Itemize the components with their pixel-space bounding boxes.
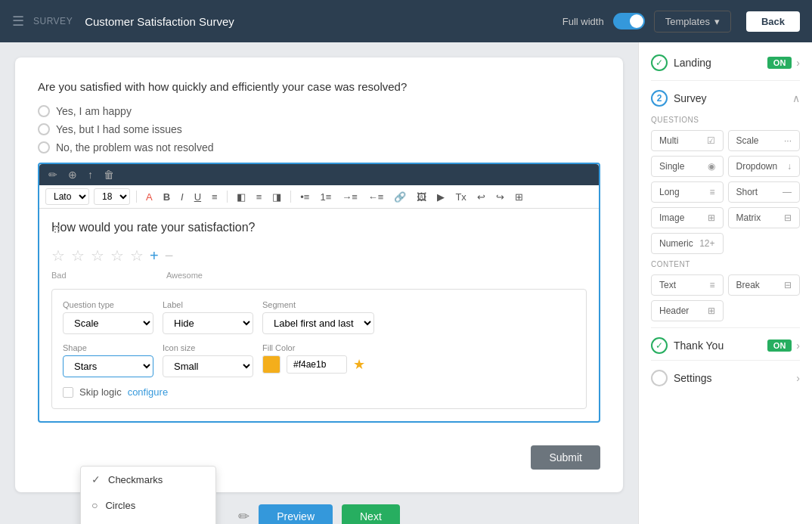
move-up-icon[interactable]: ↑ — [85, 167, 96, 182]
radio-1[interactable] — [38, 105, 50, 117]
drag-handle[interactable]: ⠿ — [53, 224, 60, 236]
multi-button[interactable]: Multi ☑ — [651, 130, 724, 151]
header-button[interactable]: Header ⊞ — [651, 300, 724, 321]
numeric-button[interactable]: Numeric 12+ — [651, 233, 724, 254]
color-hex-input[interactable] — [287, 355, 347, 374]
icon-size-select[interactable]: Small — [163, 355, 253, 377]
image-button[interactable]: 🖼 — [414, 190, 429, 204]
font-size-selector[interactable]: 18 — [94, 188, 130, 205]
segment-select[interactable]: Label first and last — [262, 312, 374, 334]
dropdown-button[interactable]: Dropdown ↓ — [728, 156, 801, 177]
icon-size-label: Icon size — [163, 343, 253, 352]
editor-question-text[interactable]: How would you rate your satisfaction? — [51, 221, 587, 234]
submit-button[interactable]: Submit — [531, 445, 600, 470]
matrix-icon: ⊟ — [784, 212, 792, 223]
long-icon: ≡ — [709, 187, 714, 197]
long-button[interactable]: Long ≡ — [651, 181, 724, 203]
content-types-grid: Text ≡ Break ⊟ Header ⊞ — [651, 274, 800, 321]
landing-status-badge: ON — [767, 57, 792, 69]
color-swatch[interactable] — [262, 355, 280, 374]
add-star-button[interactable]: + — [150, 247, 159, 265]
remove-star-button[interactable]: − — [165, 247, 174, 265]
landing-chevron-icon[interactable]: › — [796, 57, 800, 69]
shape-field: Shape Stars — [63, 343, 153, 377]
question-1-text: Are you satisfied with how quickly and e… — [38, 80, 600, 93]
undo-button[interactable]: ↩ — [474, 190, 488, 204]
link-button[interactable]: 🔗 — [391, 190, 409, 204]
label-field-label: Label — [163, 300, 253, 309]
ordered-list-button[interactable]: 1≡ — [317, 190, 334, 204]
break-icon: ⊟ — [784, 280, 792, 290]
configure-link[interactable]: configure — [128, 386, 168, 398]
scale-button[interactable]: Scale ··· — [728, 130, 801, 151]
text-button[interactable]: Text ≡ — [651, 274, 724, 296]
redo-button[interactable]: ↪ — [493, 190, 507, 204]
clear-format-button[interactable]: Tx — [452, 190, 469, 204]
label-field: Label Hide — [163, 300, 253, 334]
text-icon: ≡ — [709, 280, 714, 290]
label-select[interactable]: Hide — [163, 312, 253, 334]
app-header: ☰ SURVEY Customer Satisfaction Survey Fu… — [0, 0, 812, 42]
short-button[interactable]: Short — — [728, 181, 801, 203]
right-panel: ✓ Landing ON › 2 Survey ∧ Questions Mult… — [638, 42, 812, 524]
star-4[interactable]: ☆ — [110, 246, 124, 265]
italic-button[interactable]: I — [178, 190, 187, 204]
survey-card: Are you satisfied with how quickly and e… — [15, 57, 623, 492]
image-icon: ⊞ — [708, 212, 715, 223]
underline-button[interactable]: U — [191, 190, 204, 204]
dropdown-checkmarks[interactable]: ✓ Checkmarks — [81, 467, 215, 492]
font-selector[interactable]: Lato — [45, 188, 89, 205]
more-button[interactable]: ⊞ — [512, 190, 526, 204]
image-button-panel[interactable]: Image ⊞ — [651, 207, 724, 228]
main-layout: Are you satisfied with how quickly and e… — [0, 42, 812, 524]
settings-row-2: Shape Stars Icon size Small — [63, 343, 575, 377]
radio-3[interactable] — [38, 141, 50, 153]
survey-chevron-icon[interactable]: ∧ — [792, 92, 800, 104]
settings-row: Settings › — [651, 370, 800, 386]
full-width-toggle[interactable] — [613, 13, 645, 29]
option-1: Yes, I am happy — [38, 105, 600, 117]
add-icon[interactable]: ⊕ — [65, 167, 80, 182]
full-width-label: Full width — [563, 16, 604, 27]
settings-item: Settings — [651, 370, 712, 386]
back-button[interactable]: Back — [746, 11, 800, 32]
skip-logic-checkbox[interactable] — [63, 387, 73, 398]
scratch-icon[interactable]: ✏ — [238, 508, 249, 524]
thank-you-chevron-icon[interactable]: › — [796, 340, 800, 352]
question-type-select[interactable]: Scale — [63, 312, 153, 334]
list-button[interactable]: ≡ — [209, 190, 221, 204]
break-button[interactable]: Break ⊟ — [728, 274, 801, 296]
outdent-button[interactable]: ←≡ — [365, 190, 387, 204]
landing-row: ✓ Landing ON › — [651, 54, 800, 71]
star-1[interactable]: ☆ — [51, 246, 65, 265]
color-row: ★ — [262, 355, 365, 374]
templates-button[interactable]: Templates ▾ — [654, 11, 731, 33]
thank-you-item: ✓ Thank You — [651, 337, 724, 354]
star-2[interactable]: ☆ — [71, 246, 85, 265]
align-center-button[interactable]: ≡ — [253, 190, 265, 204]
radio-2[interactable] — [38, 123, 50, 135]
align-left-button[interactable]: ◧ — [234, 190, 249, 204]
short-icon: — — [783, 187, 792, 197]
edit-icon[interactable]: ✏ — [45, 167, 60, 182]
next-button[interactable]: Next — [342, 504, 400, 524]
preview-button[interactable]: Preview — [259, 504, 333, 524]
shape-select[interactable]: Stars — [63, 355, 153, 377]
star-3[interactable]: ☆ — [91, 246, 104, 265]
dropdown-hearts[interactable]: ♡ Hearts — [81, 518, 215, 524]
video-button[interactable]: ▶ — [434, 190, 448, 204]
indent-button[interactable]: →≡ — [339, 190, 361, 204]
delete-icon[interactable]: 🗑 — [101, 167, 117, 182]
bold-button[interactable]: B — [160, 190, 173, 204]
star-5[interactable]: ☆ — [130, 246, 144, 265]
settings-label: Settings — [674, 372, 712, 384]
single-button[interactable]: Single ◉ — [651, 156, 724, 177]
dropdown-circles[interactable]: ○ Circles — [81, 492, 215, 518]
align-right-button[interactable]: ◨ — [269, 190, 284, 204]
matrix-button[interactable]: Matrix ⊟ — [728, 207, 801, 228]
font-color-button[interactable]: A — [143, 190, 156, 204]
settings-chevron-icon[interactable]: › — [796, 372, 800, 384]
content-section-label: Content — [651, 260, 800, 268]
bullet-list-button[interactable]: •≡ — [297, 190, 312, 204]
header-icon: ⊞ — [708, 305, 715, 316]
